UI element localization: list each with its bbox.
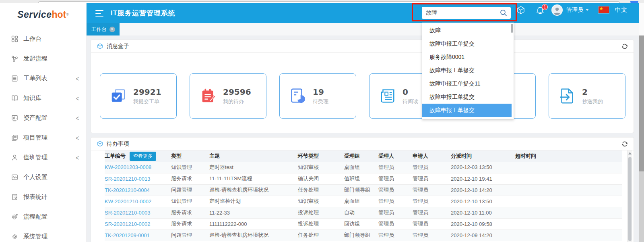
- cell-type: 问题管理: [171, 229, 209, 241]
- scrollbar-thumb[interactable]: [639, 35, 644, 171]
- sidebar-item-label: 资产配置: [23, 114, 76, 122]
- sidebar-item-10[interactable]: 系统管理: [0, 227, 86, 242]
- table-row: TK-20201210-0004问题管理巡检-请检查机房环境状况任务处理部门领导…: [105, 184, 622, 196]
- sidebar-item-0[interactable]: 工作台: [0, 29, 86, 49]
- col-handler: 受理人: [378, 150, 413, 162]
- cell-step: 知识审核: [298, 162, 344, 173]
- cell-timeout: [515, 184, 622, 196]
- cell-timeout: [515, 207, 622, 218]
- stat-label: 待阅读: [402, 98, 418, 105]
- avatar[interactable]: [551, 0, 563, 20]
- scrollbar-thumb[interactable]: [628, 157, 632, 241]
- china-flag-icon[interactable]: ★: [599, 0, 609, 20]
- sidebar-item-4[interactable]: 资产配置<: [0, 108, 86, 128]
- cell-id[interactable]: TK-20201210-0004: [105, 184, 171, 196]
- scrollbar-thumb[interactable]: [511, 24, 513, 33]
- wave-icon: [10, 173, 19, 182]
- table-scrollbar[interactable]: [627, 150, 632, 242]
- cell-subject: 11-11-11ITSM流程: [209, 173, 298, 184]
- cell-timeout: [515, 162, 622, 173]
- cell-dispatch_time: 2020-12-10 19:41: [451, 173, 515, 184]
- cell-applicant: 管理员: [413, 207, 451, 218]
- table-row: SR-20201210-0003服务请求11-22-33投诉处理自动管理员管理员…: [105, 207, 622, 218]
- cell-group: 回访组: [344, 218, 378, 229]
- cell-handler: 管理员: [378, 218, 413, 229]
- suggestion-item-6[interactable]: 故障申报工单提交: [422, 104, 512, 117]
- page-scrollbar[interactable]: [639, 35, 644, 242]
- cube-icon[interactable]: [516, 0, 526, 20]
- docs-icon: [10, 134, 19, 142]
- cell-dispatch_time: 2020-12-10 09:58: [451, 218, 515, 229]
- stat-card-5[interactable]: 2抄送我的: [549, 73, 625, 119]
- sidebar-item-5[interactable]: 项目管理<: [0, 128, 86, 148]
- tab-workbench[interactable]: 工作台 ×: [87, 23, 120, 35]
- user-menu[interactable]: 管理员: [566, 0, 589, 20]
- cell-timeout: [515, 218, 622, 229]
- suggestion-item-4[interactable]: 故障申报工单提交11: [422, 77, 512, 90]
- language-switcher[interactable]: 中文: [615, 0, 627, 20]
- cube-icon: [97, 43, 103, 50]
- sidebar-item-6[interactable]: 值班管理<: [0, 148, 86, 167]
- suggestion-item-3[interactable]: 故障申报工单提交: [422, 64, 512, 77]
- book-icon: [10, 94, 19, 102]
- chevron-left-icon: <: [76, 153, 79, 162]
- sidebar-item-2[interactable]: 工单列表<: [0, 69, 86, 88]
- doc-pie-icon: [289, 87, 307, 105]
- servicehot-logo[interactable]: Servicehot®: [0, 3, 86, 26]
- cell-id[interactable]: KW-20201210-0002: [105, 196, 171, 207]
- stat-value: 29921: [133, 87, 161, 97]
- view-more-button[interactable]: 查看更多: [130, 152, 156, 161]
- cell-type: 知识管理: [171, 162, 209, 173]
- cell-group: 桌面组: [344, 196, 378, 207]
- cell-handler: 管理员: [378, 229, 413, 241]
- clipboard-pencil-icon: [199, 87, 217, 105]
- cell-id[interactable]: KW-20201203-0008: [105, 162, 171, 173]
- cell-group: 值班组: [344, 173, 378, 184]
- tab-label: 工作台: [91, 26, 107, 33]
- suggestion-item-2[interactable]: 服务故障0001: [422, 50, 512, 64]
- dropdown-scrollbar[interactable]: [511, 24, 513, 118]
- todo-header: 待办事项: [91, 138, 634, 150]
- cell-timeout: [515, 229, 622, 241]
- refresh-icon[interactable]: [621, 43, 628, 50]
- sidebar-item-8[interactable]: 报表统计: [0, 187, 86, 207]
- cell-handler: 管理员: [378, 173, 413, 184]
- cell-id[interactable]: SR-20201210-0013: [105, 173, 171, 184]
- search-icon[interactable]: [500, 9, 508, 17]
- cell-id[interactable]: SR-20201210-0002: [105, 218, 171, 229]
- stat-card-1[interactable]: 29596我的待办: [190, 73, 266, 119]
- col-order-id: 工单编号查看更多: [105, 150, 171, 162]
- cell-id[interactable]: SR-20201210-0003: [105, 207, 171, 218]
- cell-handler: 管理员: [378, 207, 413, 218]
- cell-id[interactable]: TK-20201209-0001: [105, 229, 171, 241]
- sidebar-item-1[interactable]: 发起流程: [0, 49, 86, 69]
- tab-close-icon[interactable]: ×: [109, 27, 115, 32]
- todo-table: 工单编号查看更多 类型 主题 环节类型 受理组 受理人 申请人 分派时间 超时时…: [105, 150, 622, 241]
- tab-bar: 工作台 ×: [87, 23, 639, 35]
- suggestion-item-1[interactable]: 故障申报工单提交: [422, 37, 512, 50]
- chevron-left-icon: <: [76, 114, 79, 122]
- collapse-menu-icon[interactable]: [95, 10, 104, 17]
- notification-badge: 1: [542, 4, 548, 10]
- sidebar-item-9[interactable]: 流程配置: [0, 207, 86, 227]
- cell-dispatch_time: 2020-12-03 13:50: [451, 162, 515, 173]
- table-row: SR-20201210-0013服务请求11-11-11ITSM流程确认关闭值班…: [105, 173, 622, 184]
- refresh-icon[interactable]: [621, 141, 628, 147]
- right-gap: [639, 3, 644, 35]
- sidebar-item-7[interactable]: 个人设置: [0, 167, 86, 187]
- stat-card-0[interactable]: 29921我提交工单: [100, 73, 177, 119]
- stat-card-2[interactable]: 19待受理: [279, 73, 356, 119]
- search-input[interactable]: [426, 10, 500, 16]
- table-row: TK-20201209-0001问题管理巡检-请检查机房环境状况任务处理部门领导…: [105, 229, 622, 241]
- cell-step: 任务处理: [298, 229, 344, 241]
- todo-panel: 待办事项 工单编号查看更多 类型 主题 环节类型 受理组 受理人 申请人 分派时…: [91, 137, 634, 242]
- stat-label: 我的待办: [223, 98, 251, 105]
- cell-step: 知识审核: [298, 196, 344, 207]
- suggestion-item-5[interactable]: 故障申报工单提交: [422, 90, 512, 104]
- scroll-up-arrow-icon[interactable]: [628, 152, 632, 154]
- sidebar-item-3[interactable]: 知识库<: [0, 88, 86, 108]
- cell-type: 问题管理: [171, 184, 209, 196]
- suggestion-item-0[interactable]: 故障: [422, 24, 512, 37]
- sidebar: Servicehot® 工作台发起流程工单列表<知识库<资产配置<项目管理<值班…: [0, 3, 87, 242]
- browser-accent-fragment: [630, 1, 638, 3]
